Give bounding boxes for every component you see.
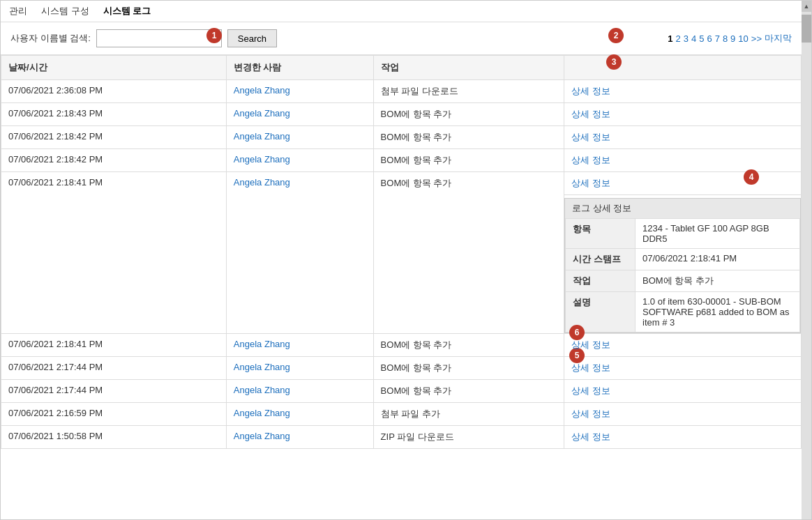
- page-5[interactable]: 5: [699, 33, 704, 44]
- person-link[interactable]: Angela Zhang: [234, 362, 290, 372]
- search-left-section: 사용자 이름별 검색: Search: [10, 29, 277, 47]
- detail-row: 항목1234 - Tablet GF 100 AGP 8GB DDR5: [566, 219, 800, 249]
- page-7[interactable]: 7: [715, 33, 720, 44]
- detail-link[interactable]: 상세 정보: [571, 86, 610, 96]
- cell-detail: 상세 정보4: [564, 172, 802, 195]
- table-row: 07/06/2021 2:17:44 PMAngela ZhangBOM에 항목…: [1, 380, 802, 403]
- cell-datetime: 07/06/2021 2:18:42 PM: [1, 149, 227, 172]
- cell-action: BOM에 항목 추가: [373, 357, 564, 380]
- cell-person: Angela Zhang: [226, 172, 373, 334]
- cell-action: 첨부 파일 추가: [373, 403, 564, 426]
- page-1[interactable]: 1: [668, 33, 672, 44]
- badge-4: 4: [744, 169, 759, 185]
- cell-detail: 상세 정보: [564, 80, 802, 103]
- detail-value: 1234 - Tablet GF 100 AGP 8GB DDR5: [636, 219, 800, 249]
- cell-action: BOM에 항목 추가: [373, 380, 564, 403]
- person-link[interactable]: Angela Zhang: [234, 85, 290, 95]
- detail-row: 시간 스탬프07/06/2021 2:18:41 PM: [566, 249, 800, 270]
- table-row: 07/06/2021 2:36:08 PMAngela Zhang첨부 파일 다…: [1, 80, 802, 103]
- cell-datetime: 07/06/2021 2:36:08 PM: [1, 80, 227, 103]
- cell-person: Angela Zhang: [226, 80, 373, 103]
- person-link[interactable]: Angela Zhang: [234, 339, 290, 349]
- person-link[interactable]: Angela Zhang: [234, 177, 290, 188]
- cell-datetime: 07/06/2021 2:17:44 PM: [1, 380, 227, 403]
- person-link[interactable]: Angela Zhang: [234, 131, 290, 142]
- detail-label: 항목: [566, 219, 636, 249]
- cell-person: Angela Zhang: [226, 103, 373, 126]
- page-2[interactable]: 2: [675, 33, 680, 44]
- person-link[interactable]: Angela Zhang: [234, 385, 290, 395]
- person-link[interactable]: Angela Zhang: [234, 108, 290, 118]
- cell-datetime: 07/06/2021 2:17:44 PM: [1, 357, 227, 380]
- col-header-detail: 3: [564, 56, 802, 80]
- detail-box: 로그 상세 정보항목1234 - Tablet GF 100 AGP 8GB D…: [564, 198, 801, 333]
- col-header-datetime: 날짜/시간: [1, 56, 227, 80]
- detail-link[interactable]: 상세 정보: [571, 431, 610, 442]
- scroll-up-arrow[interactable]: ▲: [802, 1, 811, 12]
- detail-link[interactable]: 상세 정보: [571, 339, 610, 350]
- detail-link[interactable]: 상세 정보: [571, 362, 610, 373]
- table-row: 07/06/2021 2:18:43 PMAngela ZhangBOM에 항목…: [1, 103, 802, 126]
- cell-datetime: 07/06/2021 2:18:41 PM: [1, 172, 227, 334]
- table-header-row: 날짜/시간 변경한 사람 작업 3: [1, 56, 802, 80]
- search-button[interactable]: Search: [227, 29, 277, 47]
- cell-datetime: 07/06/2021 2:18:41 PM: [1, 334, 227, 357]
- col-header-person: 변경한 사람: [226, 56, 373, 80]
- cell-person: Angela Zhang: [226, 334, 373, 357]
- cell-action: ZIP 파일 다운로드: [373, 426, 564, 449]
- person-link[interactable]: Angela Zhang: [234, 431, 290, 441]
- detail-link[interactable]: 상세 정보: [571, 155, 610, 165]
- detail-link[interactable]: 상세 정보: [571, 178, 610, 188]
- search-label: 사용자 이름별 검색:: [10, 32, 91, 45]
- detail-value: 1.0 of item 630-00001 - SUB-BOM SOFTWARE…: [636, 292, 800, 332]
- detail-label: 시간 스탬프: [566, 249, 636, 270]
- cell-detail: 상세 정보: [564, 149, 802, 172]
- detail-value: BOM에 항목 추가: [636, 270, 800, 292]
- badge-2: 2: [608, 28, 624, 43]
- detail-link[interactable]: 상세 정보: [571, 408, 610, 419]
- badge-3: 3: [606, 54, 622, 70]
- cell-detail: 상세 정보: [564, 103, 802, 126]
- pagination: 1 2 3 4 5 6 7 8 9 10 >> 마지막: [668, 32, 792, 45]
- cell-action: BOM에 항목 추가5: [373, 334, 564, 357]
- col-header-action: 작업: [373, 56, 564, 80]
- cell-person: Angela Zhang: [226, 426, 373, 449]
- detail-link[interactable]: 상세 정보: [571, 109, 610, 119]
- search-bar: 1 2 사용자 이름별 검색: Search 1 2 3 4 5 6 7 8 9…: [1, 22, 802, 55]
- page-6[interactable]: 6: [707, 33, 712, 44]
- detail-link[interactable]: 상세 정보: [571, 132, 610, 142]
- detail-row: 작업BOM에 항목 추가: [566, 270, 800, 292]
- cell-person: Angela Zhang: [226, 403, 373, 426]
- page-10[interactable]: 10: [738, 33, 748, 44]
- cell-detail: 상세 정보: [564, 334, 802, 357]
- cell-detail: 상세 정보: [564, 126, 802, 149]
- page-3[interactable]: 3: [684, 33, 689, 44]
- cell-detail: 상세 정보: [564, 380, 802, 403]
- log-table: 날짜/시간 변경한 사람 작업 3 07/06/2021 2:36:08 PMA…: [1, 55, 802, 449]
- page-9[interactable]: 9: [730, 33, 735, 44]
- cell-datetime: 07/06/2021 2:18:42 PM: [1, 126, 227, 149]
- table-row: 07/06/2021 2:18:42 PMAngela ZhangBOM에 항목…: [1, 149, 802, 172]
- table-row: 07/06/2021 2:16:59 PMAngela Zhang첨부 파일 추…: [1, 403, 802, 426]
- detail-value: 07/06/2021 2:18:41 PM: [636, 249, 800, 270]
- table-row: 07/06/2021 2:18:42 PMAngela ZhangBOM에 항목…: [1, 126, 802, 149]
- detail-row: 설명1.0 of item 630-00001 - SUB-BOM SOFTWA…: [566, 292, 800, 332]
- page-next[interactable]: >>: [751, 33, 762, 44]
- cell-detail: 상세 정보: [564, 426, 802, 449]
- detail-link[interactable]: 상세 정보: [571, 385, 610, 396]
- table-row: 07/06/2021 2:18:41 PMAngela ZhangBOM에 항목…: [1, 172, 802, 195]
- menu-item-system-config[interactable]: 시스템 구성: [41, 5, 89, 17]
- page-last[interactable]: 마지막: [765, 32, 792, 45]
- detail-inner-table: 항목1234 - Tablet GF 100 AGP 8GB DDR5시간 스탬…: [565, 218, 800, 332]
- page-8[interactable]: 8: [723, 33, 728, 44]
- cell-detail-expanded: 로그 상세 정보항목1234 - Tablet GF 100 AGP 8GB D…: [564, 195, 802, 334]
- menu-item-system-log[interactable]: 시스템 로그: [103, 5, 151, 17]
- person-link[interactable]: Angela Zhang: [234, 154, 290, 165]
- cell-datetime: 07/06/2021 1:50:58 PM: [1, 426, 227, 449]
- search-input[interactable]: [96, 29, 222, 47]
- page-4[interactable]: 4: [691, 33, 696, 44]
- cell-person: Angela Zhang: [226, 149, 373, 172]
- menu-item-admin[interactable]: 관리: [9, 5, 27, 17]
- cell-datetime: 07/06/2021 2:16:59 PM: [1, 403, 227, 426]
- person-link[interactable]: Angela Zhang: [234, 408, 290, 418]
